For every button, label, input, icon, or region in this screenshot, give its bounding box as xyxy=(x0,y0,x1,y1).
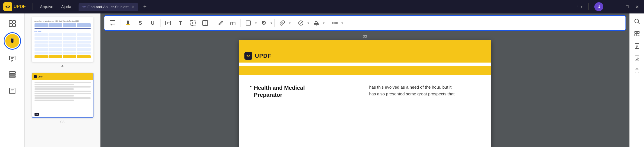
underline-icon: U xyxy=(151,20,155,26)
pdf-right-col: has this evolved as a need of the hour, … xyxy=(369,84,480,98)
thumbnail-frame-03[interactable]: UPDF 03 xyxy=(32,73,93,118)
app-name: UPDF xyxy=(13,4,26,9)
measure-btn[interactable] xyxy=(329,17,341,29)
eraser-btn[interactable] xyxy=(227,17,239,29)
svg-rect-11 xyxy=(9,74,15,75)
bullet-health: • Health and Medical Preparator xyxy=(250,84,361,98)
page-number-display: 03 xyxy=(363,34,367,38)
pdf-page: UPDF • Health and Medical Preparator xyxy=(239,40,491,147)
fill-btn[interactable] xyxy=(258,17,270,29)
divider-t1 xyxy=(120,19,120,27)
shapes-btn[interactable] xyxy=(242,17,254,29)
svg-rect-28 xyxy=(231,22,235,25)
minimize-btn[interactable]: – xyxy=(615,4,621,9)
search-btn[interactable] xyxy=(631,16,643,27)
divider-t5 xyxy=(274,19,275,27)
updf-logo-small xyxy=(244,52,252,60)
title-bar: UPDF Arquivo Ajuda ✏ Find-and-Ap...er-St… xyxy=(0,0,644,13)
tab-close-btn[interactable]: ✕ xyxy=(132,5,134,9)
tab-label: Find-and-Ap...er-Studies* xyxy=(88,5,129,9)
active-tab[interactable]: ✏ Find-and-Ap...er-Studies* ✕ xyxy=(79,3,138,11)
yellow-top-banner xyxy=(239,40,491,49)
thumb2-label: 03 xyxy=(35,113,39,116)
annotation-toolbar: S U T T T xyxy=(104,15,626,31)
svg-rect-48 xyxy=(637,31,639,33)
underline-btn[interactable]: U xyxy=(147,17,159,29)
main-area: content from the website source of QS Wo… xyxy=(0,13,644,147)
divider-t3 xyxy=(213,19,213,27)
measure-btn-group[interactable]: ▼ xyxy=(329,17,344,29)
text-edit-btn[interactable]: T xyxy=(175,17,186,29)
highlight-btn[interactable] xyxy=(122,17,134,29)
divider-t2 xyxy=(160,19,161,27)
shapes-arrow: ▼ xyxy=(255,22,257,25)
sidebar-comments-btn[interactable] xyxy=(4,50,20,66)
svg-line-46 xyxy=(638,22,640,24)
divider-t4 xyxy=(240,19,241,27)
menu-ajuda[interactable]: Ajuda xyxy=(58,3,74,10)
svg-rect-36 xyxy=(315,21,317,24)
link-btn-group[interactable]: ▼ xyxy=(276,17,291,29)
stamp-btn-group[interactable]: ▼ xyxy=(310,17,325,29)
sidebar-thumbnails-btn[interactable] xyxy=(4,16,20,31)
stamp-arrow: ▼ xyxy=(322,22,325,25)
menu-arquivo[interactable]: Arquivo xyxy=(37,3,56,10)
add-tab-btn[interactable]: + xyxy=(142,4,148,10)
svg-point-33 xyxy=(263,22,264,23)
highlight-tool-active[interactable] xyxy=(3,32,21,50)
svg-rect-1 xyxy=(9,20,12,23)
svg-rect-12 xyxy=(9,76,15,77)
thumbnail-page-03[interactable]: UPDF 03 03 xyxy=(32,73,93,124)
svg-point-34 xyxy=(299,21,303,25)
bullet-point: • xyxy=(250,84,252,90)
divider-3 xyxy=(609,3,609,10)
svg-text:T: T xyxy=(192,22,193,25)
sidebar-forms-btn[interactable] xyxy=(4,83,20,99)
thumbnail-frame-4[interactable]: content from the website source of QS Wo… xyxy=(32,17,93,62)
link-btn[interactable] xyxy=(276,17,288,29)
svg-rect-2 xyxy=(13,20,15,23)
sidebar-organize-btn[interactable] xyxy=(4,67,20,82)
text-box-btn[interactable]: T xyxy=(187,17,199,29)
divider-1 xyxy=(33,3,33,10)
svg-rect-51 xyxy=(635,43,639,49)
doc-edit-btn[interactable] xyxy=(631,53,643,64)
divider-t7 xyxy=(327,19,327,27)
table-btn[interactable] xyxy=(199,17,211,29)
svg-text:T: T xyxy=(167,22,168,25)
page-chevron: ▼ xyxy=(580,5,583,8)
strikethrough-icon: S xyxy=(139,20,142,26)
pdf-body: • Health and Medical Preparator has this… xyxy=(239,78,491,104)
textbox-btn[interactable]: T xyxy=(162,17,174,29)
strikethrough-btn[interactable]: S xyxy=(134,17,146,29)
page-indicator[interactable]: 1 ▼ xyxy=(577,5,583,9)
stamp-btn[interactable] xyxy=(310,17,322,29)
app-logo: UPDF xyxy=(3,2,26,11)
doc-info-btn[interactable] xyxy=(631,40,643,52)
title-bar-right: 1 ▼ U – □ ✕ xyxy=(577,2,641,11)
signature-arrow: ▼ xyxy=(307,22,310,25)
link-arrow: ▼ xyxy=(288,22,291,25)
pencil-btn[interactable] xyxy=(215,17,226,29)
svg-rect-30 xyxy=(246,21,251,25)
svg-rect-47 xyxy=(635,31,637,33)
close-btn[interactable]: ✕ xyxy=(634,4,641,10)
signature-btn-group[interactable]: ▼ xyxy=(295,17,310,29)
page-content-area[interactable]: 03 UPDF xyxy=(100,32,629,147)
maximize-btn[interactable]: □ xyxy=(624,4,630,9)
svg-rect-20 xyxy=(128,20,129,21)
svg-text:OCR: OCR xyxy=(638,35,640,36)
updf-header-row: UPDF xyxy=(239,49,491,63)
svg-rect-19 xyxy=(127,21,129,24)
svg-rect-10 xyxy=(9,72,15,74)
signature-btn[interactable] xyxy=(295,17,307,29)
user-avatar[interactable]: U xyxy=(594,2,603,11)
svg-rect-17 xyxy=(110,20,115,24)
thumbnail-page-4[interactable]: content from the website source of QS Wo… xyxy=(32,17,93,68)
comment-btn[interactable] xyxy=(107,17,118,29)
shapes-btn-group[interactable]: ▼ xyxy=(242,17,257,29)
thumb-table-4: content from the website source of QS Wo… xyxy=(32,17,93,61)
share-btn[interactable] xyxy=(631,65,643,76)
fill-btn-group[interactable]: ▼ xyxy=(258,17,273,29)
ocr-btn[interactable]: OCR xyxy=(631,28,643,39)
